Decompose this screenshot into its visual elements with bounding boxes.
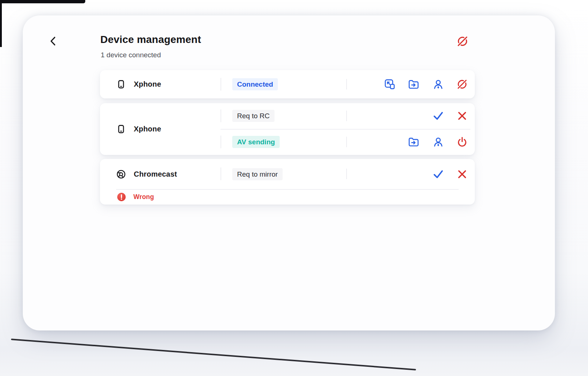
screen-mirror-button[interactable] xyxy=(383,78,396,90)
device-name: Xphone xyxy=(134,80,161,88)
device-card-chromecast: Chromecast Req to mirror xyxy=(100,159,475,205)
divider xyxy=(346,169,347,179)
status-badge-av-sending: AV sending xyxy=(232,136,280,148)
alert-exclamation-icon xyxy=(117,192,126,202)
smartphone-icon xyxy=(116,79,126,89)
screen-edge-artifact xyxy=(0,0,2,47)
error-row: Wrong xyxy=(117,189,154,205)
device-name: Chromecast xyxy=(134,170,177,178)
reject-x-button[interactable] xyxy=(456,109,468,122)
screen-edge-artifact xyxy=(0,0,85,3)
chevron-left-icon xyxy=(48,36,58,48)
approve-check-button[interactable] xyxy=(432,109,444,122)
divider xyxy=(346,79,347,90)
device-identity: Chromecast xyxy=(116,159,177,189)
divider xyxy=(346,137,347,147)
device-identity: Xphone xyxy=(116,70,161,98)
disconnect-slash-circle-icon xyxy=(456,35,469,49)
status-badge-req-to-rc: Req to RC xyxy=(232,110,275,122)
reject-x-button[interactable] xyxy=(456,168,468,180)
device-management-screen: Device management 1 device connected Xph… xyxy=(0,0,588,376)
error-label: Wrong xyxy=(133,193,154,201)
back-button[interactable] xyxy=(46,34,60,49)
file-transfer-button[interactable] xyxy=(407,78,420,90)
divider xyxy=(220,129,470,130)
approve-check-button[interactable] xyxy=(432,168,444,180)
user-profile-button[interactable] xyxy=(432,135,444,148)
device-name: Xphone xyxy=(134,125,161,133)
chromecast-icon xyxy=(116,169,126,179)
device-card-xphone-connected: Xphone Connected xyxy=(100,70,475,98)
divider xyxy=(220,78,221,91)
disconnect-all-button[interactable] xyxy=(455,35,470,49)
file-transfer-button[interactable] xyxy=(407,135,420,148)
user-profile-button[interactable] xyxy=(432,78,444,90)
divider xyxy=(116,189,459,190)
device-identity: Xphone xyxy=(116,103,161,155)
divider xyxy=(220,135,221,148)
screen-edge-artifact xyxy=(11,339,416,370)
status-badge-req-to-mirror: Req to mirror xyxy=(232,168,283,180)
device-card-xphone-requests: Xphone Req to RC AV sending xyxy=(100,103,475,155)
page-title: Device management xyxy=(100,34,201,46)
smartphone-icon xyxy=(116,124,126,134)
disconnect-device-button[interactable] xyxy=(456,78,468,90)
divider xyxy=(220,109,221,122)
power-off-button[interactable] xyxy=(456,135,468,148)
status-badge-connected: Connected xyxy=(232,78,278,90)
connected-count-subtitle: 1 device connected xyxy=(101,51,161,59)
divider xyxy=(346,111,347,121)
divider xyxy=(220,167,221,180)
